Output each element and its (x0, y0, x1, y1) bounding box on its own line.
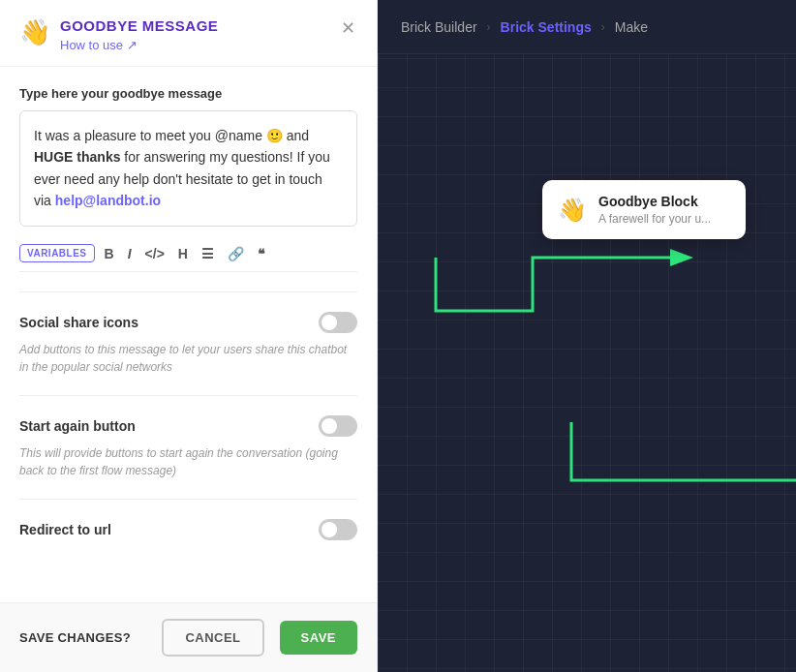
start-again-toggle-row: Start again button (19, 415, 357, 437)
external-link-icon: ↗ (127, 38, 138, 52)
social-share-title: Social share icons (19, 315, 138, 330)
panel-header: 👋 GOODBYE MESSAGE How to use ↗ ✕ (0, 0, 377, 67)
nav-brick-builder[interactable]: Brick Builder (401, 19, 477, 35)
redirect-url-section: Redirect to url (19, 519, 357, 540)
social-share-slider (319, 312, 357, 333)
code-button[interactable]: </> (141, 244, 168, 263)
cancel-button[interactable]: CANCEL (162, 619, 263, 657)
section-label: Type here your goodbye message (19, 86, 357, 101)
social-share-toggle[interactable] (319, 312, 357, 333)
divider-2 (19, 395, 357, 396)
save-button[interactable]: SAVE (280, 621, 357, 655)
heading-button[interactable]: H (174, 244, 192, 263)
card-subtitle: A farewell for your u... (598, 212, 711, 226)
nav-make[interactable]: Make (615, 19, 648, 35)
nav-brick-settings[interactable]: Brick Settings (501, 19, 592, 35)
bold-button[interactable]: B (101, 244, 118, 263)
close-button[interactable]: ✕ (339, 17, 357, 39)
canvas-area: 👋 Goodbye Block A farewell for your u... (378, 54, 796, 672)
redirect-url-slider (319, 519, 357, 540)
divider-1 (19, 291, 357, 292)
start-again-description: This will provide buttons to start again… (19, 444, 357, 479)
quote-button[interactable]: ❝ (254, 244, 269, 263)
top-nav: Brick Builder › Brick Settings › Make (378, 0, 796, 54)
how-to-use-link[interactable]: How to use ↗ (60, 38, 218, 52)
italic-button[interactable]: I (124, 244, 136, 263)
card-title: Goodbye Block (598, 194, 711, 209)
panel-title-group: GOODBYE MESSAGE How to use ↗ (60, 17, 218, 52)
start-again-section: Start again button This will provide but… (19, 415, 357, 479)
social-share-section: Social share icons Add buttons to this m… (19, 312, 357, 376)
flow-lines (378, 54, 796, 672)
message-editor[interactable]: It was a pleasure to meet you @name 🙂 an… (19, 110, 357, 227)
list-button[interactable]: ☰ (198, 244, 218, 263)
variables-button[interactable]: VARIABLES (19, 244, 95, 262)
editor-toolbar: VARIABLES B I </> H ☰ 🔗 ❝ (19, 236, 357, 272)
panel-footer: SAVE CHANGES? CANCEL SAVE (0, 602, 377, 672)
card-text-group: Goodbye Block A farewell for your u... (598, 194, 711, 226)
redirect-url-toggle[interactable] (319, 519, 357, 540)
start-again-toggle[interactable] (319, 415, 357, 437)
divider-3 (19, 499, 357, 500)
start-again-slider (319, 415, 357, 437)
panel-title: GOODBYE MESSAGE (60, 17, 218, 34)
breadcrumb-chevron-1: › (487, 20, 491, 34)
social-share-description: Add buttons to this message to let your … (19, 341, 357, 376)
redirect-url-title: Redirect to url (19, 522, 111, 537)
goodbye-block-card[interactable]: 👋 Goodbye Block A farewell for your u... (542, 180, 746, 239)
start-again-title: Start again button (19, 418, 136, 434)
left-panel: 👋 GOODBYE MESSAGE How to use ↗ ✕ Type he… (0, 0, 378, 672)
save-changes-label: SAVE CHANGES? (19, 630, 146, 645)
card-emoji: 👋 (558, 197, 587, 224)
panel-emoji: 👋 (19, 19, 50, 45)
link-button[interactable]: 🔗 (224, 244, 248, 263)
panel-body: Type here your goodbye message It was a … (0, 67, 377, 602)
redirect-url-toggle-row: Redirect to url (19, 519, 357, 540)
right-panel: Brick Builder › Brick Settings › Make 👋 … (378, 0, 796, 672)
panel-header-left: 👋 GOODBYE MESSAGE How to use ↗ (19, 17, 218, 52)
social-share-toggle-row: Social share icons (19, 312, 357, 333)
breadcrumb-chevron-2: › (601, 20, 605, 34)
